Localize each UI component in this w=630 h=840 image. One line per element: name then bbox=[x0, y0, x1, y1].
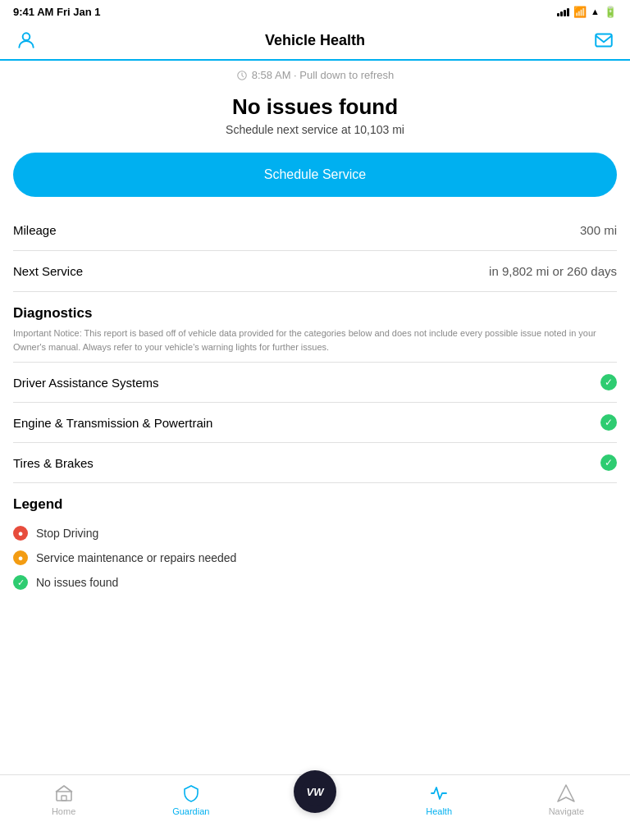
legend-label-ok: No issues found bbox=[36, 576, 118, 589]
status-time: 9:41 AM Fri Jan 1 bbox=[13, 6, 100, 18]
nav-navigate[interactable]: Navigate bbox=[541, 783, 591, 816]
svg-rect-1 bbox=[596, 34, 612, 46]
legend-title: Legend bbox=[13, 496, 617, 521]
diag-tires-label: Tires & Brakes bbox=[13, 456, 94, 470]
next-service-value: in 9,802 mi or 260 days bbox=[489, 264, 617, 278]
clock-icon bbox=[236, 70, 248, 81]
svg-rect-4 bbox=[62, 796, 66, 801]
status-subtitle: Schedule next service at 10,103 mi bbox=[13, 123, 617, 136]
mileage-label: Mileage bbox=[13, 223, 57, 237]
legend-label-stop: Stop Driving bbox=[36, 527, 98, 540]
legend-dot-red: ● bbox=[13, 526, 28, 541]
status-title: No issues found bbox=[13, 94, 617, 120]
diag-tires-status: ✓ bbox=[600, 454, 617, 471]
main-content: No issues found Schedule next service at… bbox=[0, 86, 630, 595]
diagnostics-title: Diagnostics bbox=[13, 292, 617, 326]
mileage-row: Mileage 300 mi bbox=[13, 210, 617, 251]
vw-logo-svg: VW bbox=[301, 778, 329, 806]
legend-dot-green: ✓ bbox=[13, 575, 28, 590]
wifi-icon: 📶 bbox=[573, 6, 587, 18]
svg-marker-7 bbox=[558, 785, 574, 801]
signal-icon bbox=[557, 7, 569, 16]
nav-health-label: Health bbox=[426, 806, 452, 816]
battery-icon: 🔋 bbox=[604, 6, 617, 18]
profile-icon[interactable] bbox=[13, 30, 39, 51]
nav-vw[interactable]: VW bbox=[294, 783, 336, 813]
sync-bar: 8:58 AM · Pull down to refresh bbox=[0, 61, 630, 86]
svg-point-0 bbox=[23, 33, 30, 40]
guardian-icon bbox=[181, 783, 201, 803]
navigate-icon bbox=[556, 783, 576, 803]
legend-item-service: ● Service maintenance or repairs needed bbox=[13, 546, 617, 570]
legend-dot-yellow: ● bbox=[13, 550, 28, 565]
next-service-label: Next Service bbox=[13, 264, 83, 278]
health-icon bbox=[429, 783, 449, 803]
vw-logo: VW bbox=[294, 770, 336, 813]
legend-section: Legend ● Stop Driving ● Service maintena… bbox=[13, 483, 617, 595]
legend-item-stop: ● Stop Driving bbox=[13, 521, 617, 546]
diag-driver-label: Driver Assistance Systems bbox=[13, 376, 159, 390]
status-bar: 9:41 AM Fri Jan 1 📶 ▲ 🔋 bbox=[0, 0, 630, 23]
home-icon bbox=[54, 783, 74, 803]
diag-row-tires: Tires & Brakes ✓ bbox=[13, 443, 617, 483]
header: Vehicle Health bbox=[0, 23, 630, 61]
next-service-row: Next Service in 9,802 mi or 260 days bbox=[13, 251, 617, 292]
nav-navigate-label: Navigate bbox=[549, 806, 584, 816]
diag-driver-status: ✓ bbox=[600, 374, 617, 390]
nav-home-label: Home bbox=[52, 806, 75, 816]
bottom-nav: Home Guardian VW Health Navigate bbox=[0, 774, 630, 840]
diag-row-engine: Engine & Transmission & Powertrain ✓ bbox=[13, 403, 617, 443]
diag-row-driver: Driver Assistance Systems ✓ bbox=[13, 363, 617, 403]
main-status: No issues found Schedule next service at… bbox=[13, 86, 617, 139]
svg-text:VW: VW bbox=[306, 786, 325, 798]
nav-guardian-label: Guardian bbox=[172, 806, 209, 816]
location-icon: ▲ bbox=[591, 7, 600, 16]
nav-home[interactable]: Home bbox=[39, 783, 89, 816]
mail-icon[interactable] bbox=[591, 30, 617, 51]
nav-health[interactable]: Health bbox=[414, 783, 463, 816]
legend-label-service: Service maintenance or repairs needed bbox=[36, 551, 236, 564]
mileage-value: 300 mi bbox=[580, 223, 617, 237]
nav-guardian[interactable]: Guardian bbox=[167, 783, 216, 816]
status-icons: 📶 ▲ 🔋 bbox=[557, 6, 617, 18]
legend-item-ok: ✓ No issues found bbox=[13, 570, 617, 595]
diag-engine-label: Engine & Transmission & Powertrain bbox=[13, 416, 212, 430]
schedule-service-button[interactable]: Schedule Service bbox=[13, 153, 617, 197]
diag-engine-status: ✓ bbox=[600, 414, 617, 431]
diagnostics-notice: Important Notice: This report is based o… bbox=[13, 326, 617, 363]
page-title: Vehicle Health bbox=[39, 32, 591, 49]
